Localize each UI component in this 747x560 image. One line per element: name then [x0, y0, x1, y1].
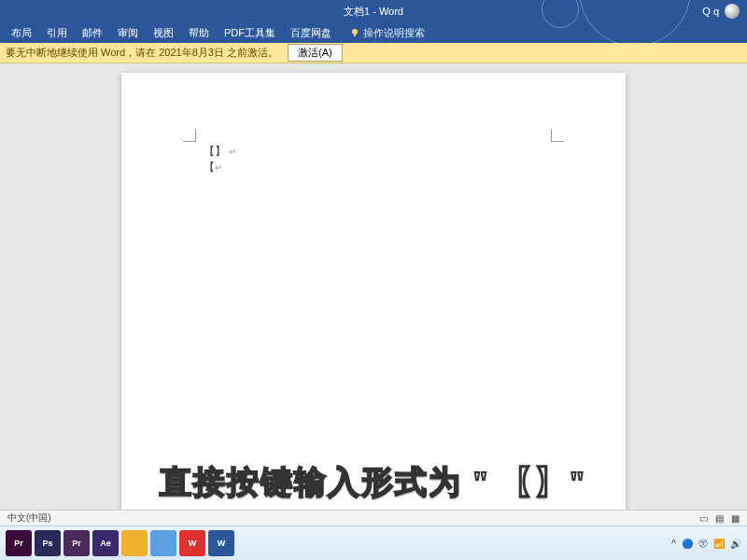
taskbar-app-explorer[interactable]	[121, 530, 148, 556]
activate-button[interactable]: 激活(A)	[288, 44, 343, 62]
margin-corner-tl-icon	[183, 129, 196, 142]
taskbar-app-premiere[interactable]: Pr	[6, 530, 32, 556]
tray-bluetooth-icon[interactable]: 🔵	[682, 539, 693, 549]
taskbar-app-word[interactable]: W	[208, 530, 234, 556]
view-web-icon[interactable]: ▦	[731, 513, 740, 524]
windows-taskbar: PrPsPrAeWW ^ 🔵 ㉆ 📶 🔊	[0, 525, 747, 560]
status-language[interactable]: 中文(中国)	[7, 511, 51, 525]
title-bar: 文档1 - Word Q q	[0, 0, 747, 22]
tab-pdf[interactable]: PDF工具集	[217, 23, 283, 43]
svg-point-0	[352, 29, 358, 35]
margin-corner-tr-icon	[551, 129, 564, 142]
svg-rect-1	[354, 35, 356, 36]
taskbar-app-premiere2[interactable]: Pr	[63, 530, 90, 556]
tab-baidu[interactable]: 百度网盘	[283, 23, 339, 43]
tab-help[interactable]: 帮助	[181, 23, 217, 43]
taskbar-app-wps[interactable]: W	[179, 530, 205, 556]
window-title: 文档1 - Word	[344, 5, 403, 19]
document-content[interactable]: 【】 ↵ 【↵	[204, 144, 236, 175]
cursor-mark-icon: ↵	[215, 162, 222, 173]
taskbar-app-after-effects[interactable]: Ae	[92, 530, 119, 556]
taskbar-app-app1[interactable]	[150, 530, 176, 556]
activation-message: 要无中断地继续使用 Word，请在 2021年8月3日 之前激活。	[6, 46, 278, 60]
tray-network-icon[interactable]: 📶	[713, 539, 725, 549]
status-bar: 中文(中国) ▭ ▤ ▦	[0, 510, 747, 525]
tab-mailings[interactable]: 邮件	[75, 23, 110, 43]
tab-layout[interactable]: 布局	[4, 23, 39, 43]
tray-ime-icon[interactable]: ㉆	[698, 537, 708, 550]
document-page[interactable]: 【】 ↵ 【↵	[121, 73, 626, 510]
tab-view[interactable]: 视图	[146, 23, 181, 43]
lightbulb-icon	[350, 28, 359, 37]
tell-me-search[interactable]: 操作说明搜索	[350, 26, 425, 40]
taskbar-app-photoshop[interactable]: Ps	[35, 530, 61, 556]
tray-volume-icon[interactable]: 🔊	[730, 539, 741, 549]
tray-caret-icon[interactable]: ^	[671, 539, 676, 549]
tab-review[interactable]: 审阅	[110, 23, 146, 43]
user-avatar-icon[interactable]	[725, 4, 740, 19]
system-tray: ^ 🔵 ㉆ 📶 🔊	[671, 537, 741, 550]
view-print-icon[interactable]: ▭	[699, 513, 708, 524]
document-canvas[interactable]: 【】 ↵ 【↵ 直接按键输入形式为 " 【】"	[0, 63, 747, 510]
paragraph-mark-icon: ↵	[229, 147, 236, 157]
user-label[interactable]: Q q	[702, 6, 719, 17]
tab-references[interactable]: 引用	[39, 23, 75, 43]
view-read-icon[interactable]: ▤	[715, 513, 724, 524]
